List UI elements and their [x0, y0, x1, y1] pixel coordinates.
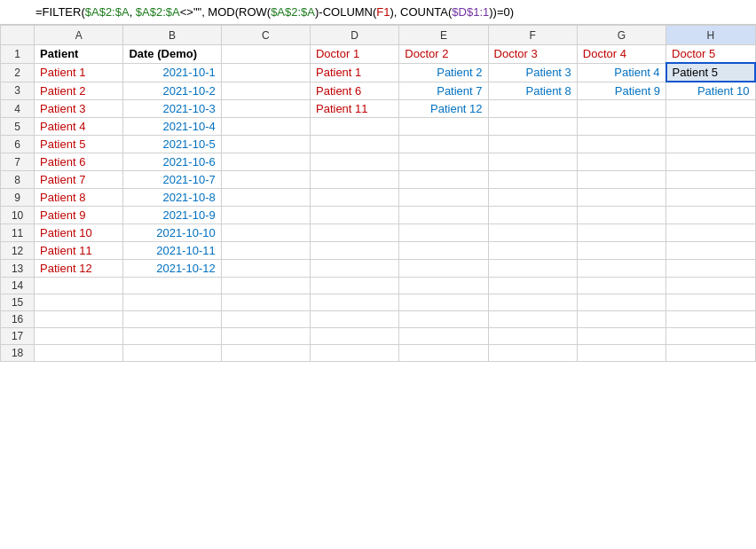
cell[interactable]	[310, 224, 398, 242]
cell[interactable]: Patient 8	[488, 82, 577, 100]
cell[interactable]	[577, 294, 665, 311]
cell[interactable]: Patient 3	[35, 100, 123, 118]
cell[interactable]	[666, 171, 755, 189]
cell[interactable]	[577, 311, 665, 328]
cell[interactable]	[123, 345, 221, 362]
cell[interactable]	[221, 118, 310, 136]
cell[interactable]	[399, 294, 488, 311]
cell[interactable]: Doctor 5	[666, 45, 755, 64]
cell[interactable]	[310, 171, 398, 189]
cell[interactable]	[577, 278, 665, 294]
cell[interactable]	[577, 136, 665, 153]
cell[interactable]	[35, 294, 123, 311]
cell[interactable]	[666, 260, 755, 278]
cell[interactable]	[399, 171, 488, 189]
cell[interactable]: 2021-10-7	[123, 171, 221, 189]
cell[interactable]	[221, 189, 310, 207]
cell[interactable]: Patient 11	[310, 100, 398, 118]
cell[interactable]	[577, 260, 665, 278]
cell[interactable]	[221, 242, 310, 260]
cell[interactable]	[123, 328, 221, 345]
cell[interactable]	[666, 242, 755, 260]
cell[interactable]	[666, 328, 755, 345]
cell[interactable]: Patient 5	[666, 63, 755, 82]
cell[interactable]	[488, 118, 577, 136]
cell[interactable]	[488, 153, 577, 171]
cell[interactable]: 2021-10-8	[123, 189, 221, 207]
cell[interactable]	[35, 278, 123, 294]
cell[interactable]	[221, 153, 310, 171]
cell[interactable]	[399, 278, 488, 294]
cell[interactable]	[577, 224, 665, 242]
cell[interactable]	[310, 278, 398, 294]
cell[interactable]	[577, 118, 665, 136]
cell[interactable]	[666, 311, 755, 328]
cell[interactable]: Patient 7	[399, 82, 488, 100]
cell[interactable]	[123, 278, 221, 294]
cell[interactable]	[310, 189, 398, 207]
cell[interactable]	[488, 345, 577, 362]
cell[interactable]: Patient 4	[577, 63, 665, 82]
cell[interactable]: Doctor 1	[310, 45, 398, 64]
cell[interactable]	[221, 100, 310, 118]
cell[interactable]	[221, 171, 310, 189]
cell[interactable]	[221, 311, 310, 328]
cell[interactable]	[577, 345, 665, 362]
cell[interactable]: Patient 5	[35, 136, 123, 153]
cell[interactable]	[123, 294, 221, 311]
cell[interactable]	[221, 260, 310, 278]
cell[interactable]	[488, 100, 577, 118]
cell[interactable]	[221, 294, 310, 311]
cell[interactable]: Patient 11	[35, 242, 123, 260]
cell[interactable]: Doctor 4	[577, 45, 665, 64]
cell[interactable]	[399, 207, 488, 224]
cell[interactable]: Patient 12	[35, 260, 123, 278]
cell[interactable]: Patient 3	[488, 63, 577, 82]
cell[interactable]	[35, 328, 123, 345]
cell[interactable]	[488, 328, 577, 345]
cell[interactable]	[221, 207, 310, 224]
cell[interactable]	[577, 100, 665, 118]
cell[interactable]	[221, 328, 310, 345]
cell[interactable]: 2021-10-9	[123, 207, 221, 224]
cell[interactable]	[666, 153, 755, 171]
col-header-e[interactable]: E	[399, 26, 488, 45]
cell[interactable]	[666, 224, 755, 242]
cell[interactable]	[399, 311, 488, 328]
cell[interactable]: 2021-10-5	[123, 136, 221, 153]
col-header-b[interactable]: B	[123, 26, 221, 45]
cell[interactable]	[310, 345, 398, 362]
cell[interactable]: Patient 6	[35, 153, 123, 171]
cell[interactable]: 2021-10-1	[123, 63, 221, 82]
cell[interactable]	[221, 45, 310, 64]
col-header-c[interactable]: C	[221, 26, 310, 45]
cell[interactable]	[399, 153, 488, 171]
cell[interactable]: Patient 10	[35, 224, 123, 242]
cell[interactable]: Patient	[35, 45, 123, 64]
cell[interactable]	[310, 136, 398, 153]
cell[interactable]	[488, 136, 577, 153]
cell[interactable]	[399, 242, 488, 260]
cell[interactable]: 2021-10-4	[123, 118, 221, 136]
cell[interactable]: Patient 1	[310, 63, 398, 82]
cell[interactable]	[577, 328, 665, 345]
cell[interactable]	[488, 224, 577, 242]
col-header-a[interactable]: A	[35, 26, 123, 45]
cell[interactable]	[310, 242, 398, 260]
cell[interactable]	[577, 242, 665, 260]
cell[interactable]	[577, 153, 665, 171]
cell[interactable]: 2021-10-11	[123, 242, 221, 260]
cell[interactable]: 2021-10-6	[123, 153, 221, 171]
cell[interactable]	[221, 63, 310, 82]
cell[interactable]	[488, 260, 577, 278]
cell[interactable]	[399, 260, 488, 278]
cell[interactable]: Patient 6	[310, 82, 398, 100]
cell[interactable]	[399, 345, 488, 362]
cell[interactable]: Doctor 2	[399, 45, 488, 64]
col-header-f[interactable]: F	[488, 26, 577, 45]
cell[interactable]	[310, 328, 398, 345]
cell[interactable]	[666, 118, 755, 136]
cell[interactable]: 2021-10-2	[123, 82, 221, 100]
cell[interactable]: 2021-10-10	[123, 224, 221, 242]
cell[interactable]	[399, 136, 488, 153]
